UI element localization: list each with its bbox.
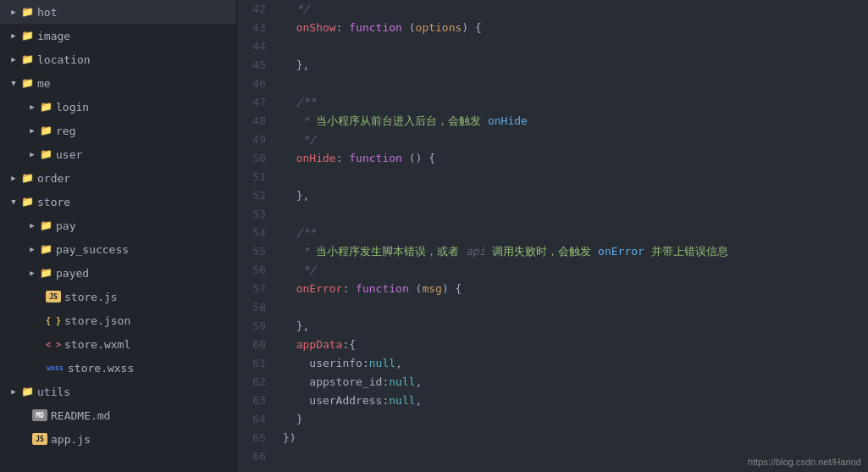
sidebar-item-utils[interactable]: utils (0, 380, 236, 403)
arrow-pay (25, 219, 39, 232)
code-line-61: 61 userinfo:null, (237, 354, 868, 373)
line-num-51: 51 (237, 168, 279, 186)
line-content-58 (279, 298, 868, 317)
code-line-47: 47 /** (237, 93, 868, 112)
folder-icon-pay (39, 219, 53, 232)
json-icon-store: { } (46, 314, 61, 326)
folder-icon-login (39, 100, 53, 114)
line-num-43: 43 (237, 19, 279, 37)
wxml-icon-store: < > (46, 338, 61, 350)
sidebar-item-pay-success[interactable]: pay_success (0, 237, 236, 261)
line-num-66: 66 (237, 447, 279, 466)
line-content-59: }, (279, 317, 868, 336)
label-utils: utils (37, 386, 70, 398)
code-line-56: 56 */ (237, 261, 868, 280)
folder-icon-payed (39, 266, 53, 280)
code-line-52: 52 }, (237, 186, 868, 205)
folder-icon-location (20, 53, 34, 66)
sidebar-item-pay[interactable]: pay (0, 214, 236, 237)
label-pay: pay (56, 219, 75, 232)
arrow-login (25, 100, 39, 114)
folder-icon-pay-success (39, 242, 53, 256)
arrow-user (25, 147, 39, 161)
sidebar-item-image[interactable]: image (0, 24, 236, 47)
label-store-json: store.json (64, 314, 130, 327)
line-num-50: 50 (237, 149, 279, 168)
sidebar-item-location[interactable]: location (0, 47, 236, 71)
sidebar-item-user[interactable]: user (0, 142, 236, 166)
line-num-45: 45 (237, 56, 279, 75)
code-line-46: 46 (237, 75, 868, 93)
line-num-64: 64 (237, 410, 279, 429)
code-line-53: 53 (237, 205, 868, 224)
label-reg: reg (56, 125, 75, 137)
line-num-42: 42 (237, 0, 279, 19)
sidebar-item-me[interactable]: me (0, 71, 236, 95)
line-content-57: onError: function (msg) { (279, 280, 868, 298)
line-num-48: 48 (237, 112, 279, 130)
code-line-48: 48 * 当小程序从前台进入后台，会触发 onHide (237, 112, 868, 130)
line-content-63: userAddress:null, (279, 391, 868, 410)
label-order: order (37, 172, 70, 185)
arrow-image (7, 29, 20, 42)
sidebar-item-login[interactable]: login (0, 95, 236, 119)
sidebar-item-hot[interactable]: hot (0, 0, 236, 24)
code-line-49: 49 */ (237, 130, 868, 149)
code-line-60: 60 appData:{ (237, 336, 868, 354)
sidebar-item-payed[interactable]: payed (0, 261, 236, 285)
line-content-55: * 当小程序发生脚本错误，或者 api 调用失败时，会触发 onError 并带… (279, 242, 868, 261)
line-content-46 (279, 75, 868, 93)
line-content-65: }) (279, 429, 868, 447)
sidebar-item-store[interactable]: store (0, 190, 236, 214)
code-editor[interactable]: 42 */ 43 onShow: function (options) { 44… (237, 0, 868, 472)
line-content-44 (279, 37, 868, 56)
code-line-57: 57 onError: function (msg) { (237, 280, 868, 298)
line-content-49: */ (279, 130, 868, 149)
line-content-61: userinfo:null, (279, 354, 868, 373)
line-content-43: onShow: function (options) { (279, 19, 868, 37)
line-num-59: 59 (237, 317, 279, 336)
sidebar-item-readme[interactable]: MD README.md (0, 403, 236, 427)
line-num-44: 44 (237, 37, 279, 56)
label-store-wxss: store.wxss (68, 362, 134, 375)
line-content-51 (279, 168, 868, 186)
sidebar-item-store-wxml[interactable]: < > store.wxml (0, 332, 236, 356)
line-num-46: 46 (237, 75, 279, 93)
label-readme: README.md (51, 409, 110, 422)
folder-icon-image (20, 29, 34, 42)
line-content-56: */ (279, 261, 868, 280)
line-num-53: 53 (237, 205, 279, 224)
code-line-51: 51 (237, 168, 868, 186)
arrow-location (7, 53, 20, 66)
code-line-55: 55 * 当小程序发生脚本错误，或者 api 调用失败时，会触发 onError… (237, 242, 868, 261)
folder-icon-me (20, 76, 34, 90)
line-content-62: appstore_id:null, (279, 373, 868, 391)
folder-icon-user (39, 147, 53, 161)
line-content-54: /** (279, 224, 868, 242)
arrow-store (7, 195, 20, 208)
line-content-66 (279, 447, 868, 466)
sidebar-item-order[interactable]: order (0, 166, 236, 190)
sidebar-item-store-json[interactable]: { } store.json (0, 308, 236, 332)
code-table: 42 */ 43 onShow: function (options) { 44… (237, 0, 868, 466)
label-login: login (56, 101, 89, 114)
code-line-58: 58 (237, 298, 868, 317)
js-badge-store: JS (46, 291, 61, 303)
line-content-45: }, (279, 56, 868, 75)
wxss-icon-store: wxss (46, 362, 64, 374)
label-me: me (37, 77, 51, 90)
sidebar-item-app-js[interactable]: JS app.js (0, 427, 236, 451)
code-line-43: 43 onShow: function (options) { (237, 19, 868, 37)
arrow-payed (25, 266, 39, 280)
line-content-42: */ (279, 0, 868, 19)
code-line-63: 63 userAddress:null, (237, 391, 868, 410)
arrow-reg (25, 124, 39, 137)
label-payed: payed (56, 267, 89, 280)
label-store-wxml: store.wxml (64, 338, 130, 351)
folder-icon-store (20, 195, 34, 208)
sidebar-item-store-wxss[interactable]: wxss store.wxss (0, 356, 236, 380)
folder-icon-utils (20, 385, 34, 398)
sidebar-item-store-js[interactable]: JS store.js (0, 285, 236, 308)
line-content-52: }, (279, 186, 868, 205)
sidebar-item-reg[interactable]: reg (0, 119, 236, 142)
